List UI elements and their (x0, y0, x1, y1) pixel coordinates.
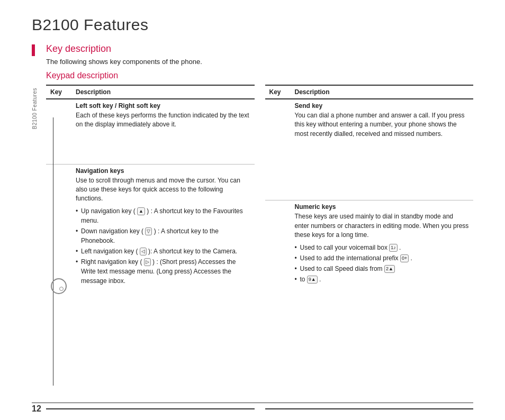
left-table-desc-header: Description (71, 85, 255, 99)
nav-key-icon (51, 278, 67, 294)
keypad-title: Keypad description (46, 71, 473, 80)
key-cell (46, 99, 71, 164)
desc-cell: Left soft key / Right soft key Each of t… (71, 99, 255, 164)
speed-dial-end-icon: 9▲ (307, 276, 318, 284)
left-key-icon: ◁ (140, 248, 147, 255)
key-cell (265, 99, 291, 200)
table-row: Send key You can dial a phone number and… (265, 99, 474, 200)
left-key-table: Key Description Left soft key / Right so… (46, 85, 255, 409)
page-title: B2100 Features (32, 16, 473, 34)
page-number: 12 (32, 404, 41, 414)
right-table-key-header: Key (265, 85, 291, 99)
key-cell (46, 164, 71, 409)
speed-dial-start-icon: 2▲ (384, 265, 395, 273)
list-item: Up navigation key ( ▲ ) : A shortcut key… (76, 206, 250, 225)
sidebar-label: B2100 Features (32, 88, 38, 129)
section-title: Key description (46, 43, 473, 54)
content-area: B2100 Features Key description The follo… (32, 43, 473, 409)
desc-cell: Navigation keys Use to scroll through me… (71, 164, 255, 409)
list-item: to 9▲ . (295, 275, 470, 284)
section-subtitle: The following shows key components of th… (46, 58, 473, 66)
right-table-desc-header: Description (291, 85, 474, 99)
prefix-key-icon: 0+ (400, 254, 409, 262)
numeric-bullet-list: Used to call your voicemail box 1♪ . Use… (295, 243, 470, 284)
desc-cell: Send key You can dial a phone number and… (291, 99, 474, 200)
list-item: Used to call Speed dials from 2▲ (295, 264, 470, 273)
key-cell (265, 200, 291, 409)
desc-body-text: Use to scroll through menus and move the… (76, 177, 240, 203)
table-row: Navigation keys Use to scroll through me… (46, 164, 255, 409)
right-key-table: Key Description Send key You can dial a … (265, 85, 474, 409)
desc-body-text: You can dial a phone number and answer a… (295, 112, 465, 138)
nav-dot (59, 287, 64, 291)
list-item: Left navigation key ( ◁ ): A shortcut ke… (76, 246, 250, 256)
list-item: Down navigation key ( ▽ ) : A shortcut k… (76, 226, 250, 245)
list-item: Used to call your voicemail box 1♪ . (295, 243, 470, 252)
main-content: Key description The following shows key … (46, 43, 473, 409)
nav-bullet-list: Up navigation key ( ▲ ) : A shortcut key… (76, 206, 250, 286)
desc-bold-text: Navigation keys (76, 167, 250, 175)
desc-body-text: These keys are used mainly to dial in st… (295, 213, 469, 239)
down-key-icon: ▽ (145, 227, 152, 235)
sidebar-accent-bar (32, 44, 35, 56)
desc-bold-text: Send key (295, 102, 470, 109)
table-row: Numeric keys These keys are used mainly … (265, 200, 474, 409)
tables-row: Key Description Left soft key / Right so… (46, 85, 473, 409)
page: B2100 Features B2100 Features Key descri… (0, 0, 505, 420)
list-item: Right navigation key ( ▷ ) : (Short pres… (76, 257, 250, 286)
list-item: Used to add the international prefix 0+ … (295, 253, 470, 263)
up-key-icon: ▲ (137, 207, 145, 215)
desc-bold-text: Numeric keys (295, 203, 470, 211)
desc-body-text: Each of these keys performs the function… (76, 112, 249, 128)
left-table-key-header: Key (46, 85, 71, 99)
table-row: Left soft key / Right soft key Each of t… (46, 99, 255, 164)
bottom-border-line (32, 403, 473, 403)
left-border-line (53, 117, 53, 386)
desc-cell: Numeric keys These keys are used mainly … (291, 200, 474, 409)
voicemail-key-icon: 1♪ (389, 244, 398, 252)
desc-bold-text: Left soft key / Right soft key (76, 102, 250, 109)
right-key-icon: ▷ (144, 258, 151, 266)
